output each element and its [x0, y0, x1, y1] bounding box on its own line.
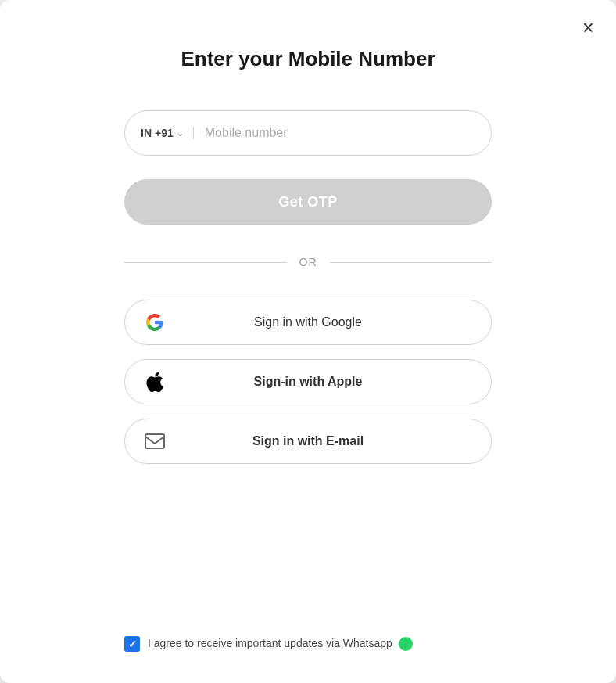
phone-input-container: IN +91 ⌄: [124, 110, 492, 156]
country-selector[interactable]: IN +91 ⌄: [141, 127, 194, 139]
modal: × Enter your Mobile Number IN +91 ⌄ Get …: [0, 0, 616, 683]
google-icon: [141, 308, 169, 336]
email-signin-button[interactable]: Sign in with E-mail: [124, 419, 492, 464]
email-signin-label: Sign in with E-mail: [141, 434, 475, 448]
whatsapp-checkbox-label: I agree to receive important updates via…: [148, 637, 413, 651]
apple-icon: [141, 368, 169, 396]
google-signin-button[interactable]: Sign in with Google: [124, 300, 492, 345]
chevron-down-icon: ⌄: [177, 128, 184, 138]
svg-rect-0: [145, 434, 164, 448]
apple-signin-button[interactable]: Sign-in with Apple: [124, 359, 492, 404]
close-button[interactable]: ×: [582, 17, 594, 38]
google-signin-label: Sign in with Google: [141, 315, 475, 329]
or-divider: OR: [124, 256, 492, 268]
divider-right: [330, 262, 492, 263]
whatsapp-checkbox-row: ✓ I agree to receive important updates v…: [124, 620, 492, 652]
checkmark-icon: ✓: [128, 638, 137, 650]
get-otp-button[interactable]: Get OTP: [124, 179, 492, 225]
dial-code: +91: [155, 127, 174, 139]
email-icon: [141, 427, 169, 455]
close-icon: ×: [582, 16, 594, 39]
apple-signin-label: Sign-in with Apple: [141, 375, 475, 389]
divider-left: [124, 262, 287, 263]
country-code-label: IN: [141, 127, 152, 139]
modal-title: Enter your Mobile Number: [181, 47, 435, 71]
or-text: OR: [299, 256, 317, 268]
whatsapp-checkbox[interactable]: ✓: [124, 636, 140, 652]
mobile-number-input[interactable]: [194, 126, 475, 140]
whatsapp-icon: [399, 637, 413, 651]
